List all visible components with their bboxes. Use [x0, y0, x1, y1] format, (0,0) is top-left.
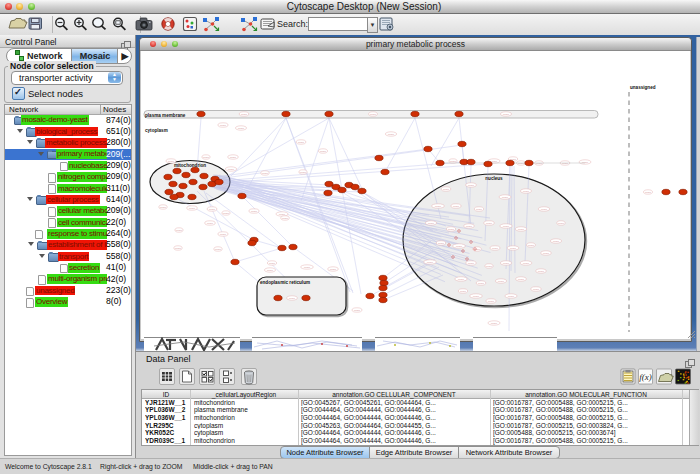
svg-text:xxxxx: xxxxx: [543, 252, 550, 255]
svg-text:xxxxx: xxxxx: [492, 247, 499, 250]
svg-text:xxxxx: xxxxx: [478, 282, 485, 285]
svg-text:xxxxx: xxxxx: [251, 210, 258, 213]
svg-text:xxxxx: xxxxx: [468, 262, 475, 265]
svg-text:xxxxx: xxxxx: [209, 208, 216, 211]
svg-text:xxxxx: xxxxx: [486, 265, 493, 268]
svg-text:xxxxx: xxxxx: [450, 160, 457, 163]
svg-text:xxxxx: xxxxx: [458, 278, 465, 281]
svg-text:xxxxx: xxxxx: [491, 322, 498, 325]
svg-text:xxxxx: xxxxx: [553, 240, 560, 243]
svg-text:xxxxx: xxxxx: [223, 212, 230, 215]
svg-text:xxxxx: xxxxx: [558, 222, 565, 225]
svg-text:xxxxx: xxxxx: [503, 225, 510, 228]
svg-text:xxxxx: xxxxx: [220, 124, 227, 127]
svg-text:xxxxx: xxxxx: [267, 269, 274, 272]
svg-text:xxxxx: xxxxx: [279, 213, 286, 216]
svg-text:endoplasmic reticulum: endoplasmic reticulum: [260, 280, 310, 285]
svg-text:xxxxx: xxxxx: [508, 295, 515, 298]
svg-text:unassigned: unassigned: [630, 85, 656, 90]
svg-text:xxxxx: xxxxx: [523, 262, 530, 265]
svg-text:f(x): f(x): [639, 372, 652, 382]
svg-text:xxxxx: xxxxx: [528, 244, 535, 247]
svg-text:xxxxx: xxxxx: [168, 160, 175, 163]
svg-text:xxxxx: xxxxx: [282, 217, 289, 220]
svg-text:xxxxx: xxxxx: [220, 233, 227, 236]
svg-text:xxxxx: xxxxx: [503, 262, 510, 265]
svg-text:xxxxx: xxxxx: [473, 295, 480, 298]
svg-text:xxxxx: xxxxx: [207, 222, 214, 225]
svg-text:xxxxx: xxxxx: [427, 261, 434, 264]
svg-text:xxxxx: xxxxx: [518, 162, 525, 165]
svg-text:xxxxx: xxxxx: [241, 113, 248, 116]
svg-text:xxxxx: xxxxx: [466, 225, 473, 228]
svg-text:xxxxx: xxxxx: [428, 222, 435, 225]
svg-text:xxxxx: xxxxx: [541, 208, 548, 211]
svg-text:nucleus: nucleus: [485, 176, 503, 181]
svg-text:xxxxx: xxxxx: [228, 168, 235, 171]
svg-text:xxxxx: xxxxx: [518, 278, 525, 281]
svg-text:xxxxx: xxxxx: [330, 268, 337, 271]
svg-text:xxxxx: xxxxx: [438, 242, 445, 245]
svg-text:xxxxx: xxxxx: [453, 205, 460, 208]
svg-text:xxxxx: xxxxx: [510, 247, 517, 250]
svg-text:xxxxx: xxxxx: [176, 229, 183, 232]
svg-text:xxxxx: xxxxx: [435, 205, 442, 208]
svg-text:xxxxx: xxxxx: [238, 127, 245, 130]
svg-text:xxxxx: xxxxx: [645, 191, 652, 194]
svg-text:xxxxx: xxxxx: [460, 290, 467, 293]
svg-text:xxxxx: xxxxx: [488, 300, 495, 303]
svg-text:xxxxx: xxxxx: [503, 113, 510, 116]
svg-text:xxxxx: xxxxx: [582, 161, 589, 164]
svg-text:xxxxx: xxxxx: [536, 162, 543, 165]
svg-text:xxxxx: xxxxx: [203, 156, 210, 159]
svg-text:xxxxx: xxxxx: [304, 266, 311, 269]
svg-text:cytoplasm: cytoplasm: [145, 128, 168, 133]
svg-text:xxxxx: xxxxx: [262, 172, 269, 175]
svg-text:xxxxx: xxxxx: [230, 156, 237, 159]
svg-text:xxxxx: xxxxx: [175, 247, 182, 250]
svg-text:xxxxx: xxxxx: [215, 248, 222, 251]
svg-text:xxxxx: xxxxx: [388, 133, 395, 136]
svg-text:xxxxx: xxxxx: [269, 262, 276, 265]
svg-text:xxxxx: xxxxx: [289, 297, 296, 300]
svg-text:xxxxx: xxxxx: [300, 171, 307, 174]
svg-text:xxxxx: xxxxx: [518, 228, 525, 231]
svg-text:xxxxx: xxxxx: [562, 162, 569, 165]
svg-text:xxxxx: xxxxx: [456, 245, 463, 248]
svg-text:mitochondrion: mitochondrion: [174, 163, 206, 168]
svg-text:xxxxx: xxxxx: [370, 113, 377, 116]
svg-text:xxxxx: xxxxx: [443, 188, 450, 191]
svg-text:xxxxx: xxxxx: [523, 190, 530, 193]
svg-text:xxxxx: xxxxx: [533, 288, 540, 291]
svg-text:xxxxx: xxxxx: [160, 206, 167, 209]
svg-text:xxxxx: xxxxx: [448, 228, 455, 231]
svg-text:xxxxx: xxxxx: [502, 196, 509, 199]
svg-text:xxxxx: xxxxx: [354, 309, 361, 312]
svg-text:xxxxx: xxxxx: [320, 150, 327, 153]
svg-text:xxxxx: xxxxx: [486, 222, 493, 225]
svg-text:xxxxx: xxxxx: [538, 270, 545, 273]
svg-text:xxxxx: xxxxx: [468, 184, 475, 187]
svg-text:xxxxx: xxxxx: [189, 207, 196, 210]
svg-text:xxxxx: xxxxx: [298, 141, 305, 144]
svg-text:plasma membrane: plasma membrane: [145, 113, 186, 118]
svg-text:xxxxx: xxxxx: [476, 208, 483, 211]
svg-text:xxxxx: xxxxx: [498, 280, 505, 283]
